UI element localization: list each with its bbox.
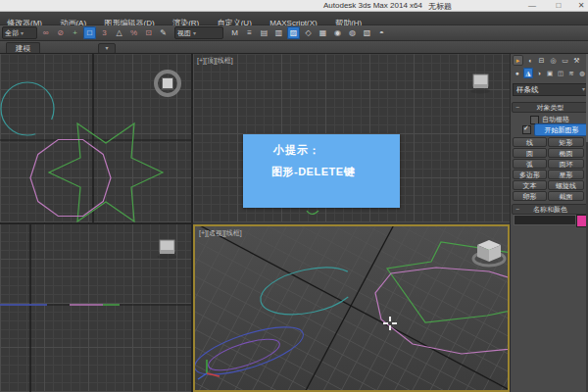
viewcube-2d-icon[interactable] (156, 72, 179, 95)
render-setup-icon[interactable]: ◍ (346, 26, 359, 39)
rectangle-button[interactable]: 矩形 (548, 137, 584, 147)
shape-type-value: 样条线 (516, 85, 539, 94)
helpers-category-icon[interactable]: ◫ (556, 68, 565, 78)
shape-type-dropdown[interactable]: 样条线 ▾ (513, 83, 588, 96)
helix-button[interactable]: 螺旋线 (548, 180, 584, 190)
material-editor-icon[interactable]: ◉ (331, 26, 344, 39)
tip-overlay: 小提示： 图形-DELETE键 (243, 134, 400, 208)
front-scene (0, 224, 191, 392)
perspective-scene (195, 226, 508, 390)
text-button[interactable]: 文本 (513, 180, 547, 190)
rollout-object-type[interactable]: − 对象类型 (512, 102, 588, 113)
shapes-category-icon[interactable]: ◮ (523, 68, 533, 78)
spline-fragment (307, 211, 318, 215)
modify-tab-icon[interactable]: ◖ (524, 55, 535, 66)
circle-button[interactable]: 圆 (513, 148, 547, 158)
geometry-category-icon[interactable]: ● (513, 68, 522, 78)
shape-buttons-grid: 线 矩形 圆 椭圆 弧 圆环 多边形 星形 文本 螺旋线 卵形 截面 (513, 137, 587, 202)
viewport-front[interactable] (0, 224, 191, 392)
command-panel-tabs: ▸ ◖ ⊟ ◎ ▭ ⚒ (513, 55, 582, 67)
main-toolbar: 全部 ▾ ∞ ⊘ + □ 3 △ % ⊡ ✎ 视图 ▾ M ≡ ▤ ▥ ▨ ◇ … (0, 25, 588, 41)
ngon-spline (30, 140, 111, 217)
grid-home-icon[interactable] (158, 240, 177, 260)
star-spline (49, 123, 163, 221)
star-button[interactable]: 星形 (548, 170, 584, 179)
minimize-button[interactable]: — (524, 0, 540, 11)
line-button[interactable]: 线 (513, 137, 547, 147)
app-title: Autodesk 3ds Max 2014 x64 (323, 1, 422, 10)
ngon-button[interactable]: 多边形 (513, 170, 547, 179)
select-and-move-icon[interactable]: + (69, 26, 81, 39)
chevron-down-icon: ▾ (21, 29, 24, 36)
crosshair-cursor (383, 317, 397, 330)
app-window: Autodesk 3ds Max 2014 x64 无标题 — □ ✕ 修改器(… (0, 0, 588, 392)
tip-body: 图形-DELETE键 (271, 165, 355, 179)
chevron-down-icon: ▾ (582, 84, 585, 95)
document-title: 无标题 (428, 1, 452, 12)
object-name-input[interactable] (514, 215, 576, 225)
ellipse-button[interactable]: 椭圆 (548, 148, 584, 158)
title-bar: Autodesk 3ds Max 2014 x64 无标题 — □ ✕ (0, 0, 588, 12)
spacewarps-category-icon[interactable]: ≋ (566, 68, 576, 78)
start-new-shape-checkbox[interactable] (522, 125, 531, 134)
select-and-link-icon[interactable]: ∞ (39, 26, 52, 39)
donut-button[interactable]: 圆环 (548, 159, 584, 169)
rendered-frame-icon[interactable]: ▧ (361, 26, 373, 39)
align-icon[interactable]: ≡ (243, 26, 256, 39)
create-category-row: ● ◮ ◑ ▣ ◫ ≋ ◍ (513, 68, 587, 79)
circle-spline (257, 260, 362, 322)
chevron-down-icon: ▾ (193, 29, 196, 36)
menu-bar: 修改器(M) 动画(A) 图形编辑器(D) 渲染(R) 自定义(U) MAXSc… (0, 12, 588, 25)
crossing-select-icon[interactable]: % (127, 26, 140, 39)
render-production-icon[interactable]: ◓ (375, 26, 388, 39)
utilities-tab-icon[interactable]: ⚒ (571, 55, 582, 66)
viewport-splitter-horizontal[interactable] (0, 222, 193, 224)
circle-spline (1, 82, 54, 135)
unlink-selection-icon[interactable]: ⊘ (54, 26, 67, 39)
selection-filter-value: 全部 (5, 28, 19, 38)
scene-explorer-icon[interactable]: ▥ (272, 26, 285, 39)
maximize-button[interactable]: □ (551, 0, 566, 11)
hierarchy-tab-icon[interactable]: ⊟ (536, 55, 547, 66)
close-button[interactable]: ✕ (573, 0, 588, 11)
section-button[interactable]: 截面 (548, 191, 584, 201)
collapse-icon: − (515, 103, 519, 112)
mirror-icon[interactable]: M (228, 26, 241, 39)
grid-home-icon[interactable] (470, 74, 490, 94)
coordinate-system-value: 视图 (177, 28, 191, 38)
egg-button[interactable]: 卵形 (513, 191, 547, 201)
select-object-icon[interactable]: □ (83, 26, 96, 39)
create-tab-icon[interactable]: ▸ (513, 55, 523, 66)
motion-tab-icon[interactable]: ◎ (548, 55, 559, 66)
collapse-icon: − (515, 205, 519, 214)
coordinate-system-dropdown[interactable]: 视图 ▾ (174, 26, 223, 39)
rollout-name-color[interactable]: − 名称和颜色 (512, 204, 588, 215)
viewcube-icon[interactable] (473, 240, 505, 266)
viewport-top-left[interactable] (0, 54, 191, 222)
selection-filter-dropdown[interactable]: 全部 ▾ (2, 26, 37, 39)
rollout-object-type-title: 对象类型 (537, 104, 564, 111)
viewport-perspective[interactable]: [+][透视][线框] (193, 224, 510, 392)
cameras-category-icon[interactable]: ▣ (545, 68, 555, 78)
snaps-toggle-icon[interactable]: ✎ (157, 26, 170, 39)
top-left-scene (0, 54, 191, 222)
command-panel: ▸ ◖ ⊟ ◎ ▭ ⚒ ● ◮ ◑ ▣ ◫ ≋ ◍ 样条线 ▾ − 对象类型 自… (510, 54, 588, 392)
viewport-area-top-edge (0, 53, 588, 54)
region-select-icon[interactable]: △ (113, 26, 125, 39)
selection-lock-icon[interactable]: ⊡ (142, 26, 155, 39)
schematic-view-icon[interactable]: ▦ (317, 26, 329, 39)
open-folder-icon[interactable]: ▨ (287, 26, 300, 39)
layer-manager-icon[interactable]: ▤ (258, 26, 270, 39)
select-by-name-icon[interactable]: 3 (98, 26, 111, 39)
viewport-label-perspective[interactable]: [+][透视][线框] (199, 228, 242, 238)
curve-editor-icon[interactable]: ◇ (302, 26, 315, 39)
arc-button[interactable]: 弧 (513, 159, 547, 169)
rollout-name-color-title: 名称和颜色 (533, 206, 567, 213)
start-new-shape-button[interactable]: 开始新图形 (534, 123, 588, 136)
tip-title: 小提示： (273, 143, 320, 158)
display-tab-icon[interactable]: ▭ (560, 55, 570, 66)
lights-category-icon[interactable]: ◑ (534, 68, 544, 78)
